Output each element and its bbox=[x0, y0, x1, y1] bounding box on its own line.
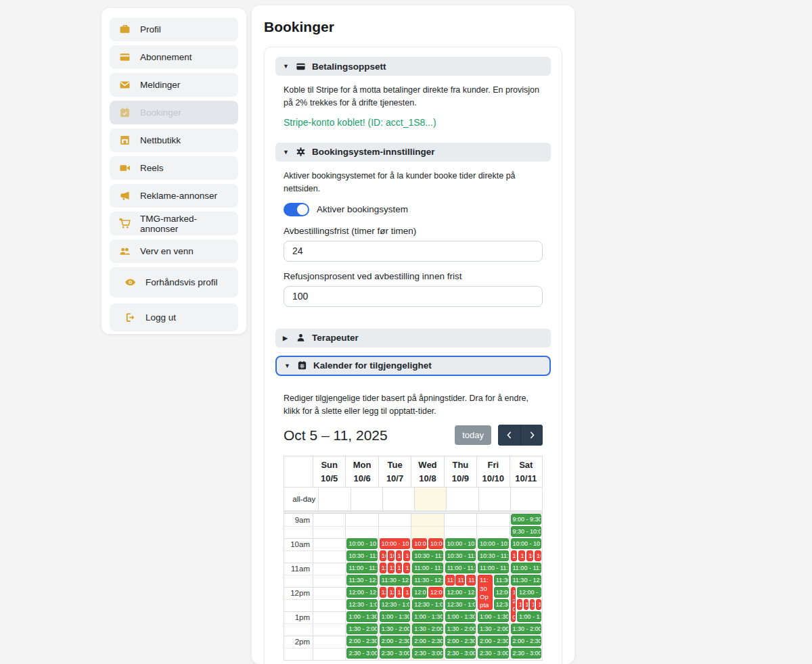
calendar-event[interactable]: 12 bbox=[517, 599, 522, 610]
next-week-button[interactable] bbox=[520, 425, 543, 446]
calendar-event[interactable]: 11 bbox=[388, 563, 394, 573]
calendar-event[interactable]: 12:30 - 1:00 bbox=[445, 599, 476, 610]
calendar-event[interactable]: 11:00 - 11:3 bbox=[346, 563, 377, 573]
calendar-event[interactable]: 12:30 bbox=[494, 599, 509, 610]
all-day-cell-mon[interactable] bbox=[351, 488, 382, 511]
sidebar-item-nettbutikk[interactable]: Nettbutikk bbox=[110, 128, 238, 152]
calendar-event[interactable]: 12 bbox=[388, 587, 394, 598]
calendar-event[interactable]: 11:00 - 11:3 bbox=[511, 563, 541, 573]
calendar-event[interactable]: 1:00 - 1:30 - bbox=[380, 611, 410, 622]
calendar-event[interactable]: 12:00 bbox=[428, 587, 443, 598]
sidebar-item-bookinger[interactable]: Bookinger bbox=[110, 101, 238, 124]
all-day-cell-thu[interactable] bbox=[446, 488, 478, 511]
day-column-thu[interactable]: 10:00 - 10:310:30 - 11:011:00 - 11:311:3… bbox=[444, 514, 476, 660]
section-header-terapeuter[interactable]: ▶ Terapeuter bbox=[275, 329, 551, 348]
calendar-event[interactable]: 12:00 - 12:3 bbox=[445, 587, 476, 598]
day-column-mon[interactable]: 10:00 - 10:310:30 - 11:011:00 - 11:311:3… bbox=[345, 514, 378, 660]
prev-week-button[interactable] bbox=[498, 425, 520, 446]
calendar-event[interactable]: 11:30 - 12:0 bbox=[346, 575, 377, 586]
sidebar-item-verv[interactable]: Verv en venn bbox=[110, 239, 238, 263]
calendar-event[interactable]: 10:00 - 10:3 bbox=[346, 538, 377, 549]
calendar-event[interactable]: 1:00 - 1:30 - bbox=[412, 611, 443, 622]
calendar-event[interactable]: 10 bbox=[518, 550, 525, 561]
calendar-event[interactable]: 10 bbox=[380, 550, 386, 561]
calendar-event[interactable]: 12 bbox=[524, 599, 528, 610]
calendar-event[interactable]: 10 bbox=[526, 550, 533, 561]
stripe-status-link[interactable]: Stripe-konto koblet! (ID: acct_1S8...) bbox=[284, 117, 543, 128]
calendar-event[interactable]: 10:00 - 10:3 bbox=[380, 538, 410, 549]
calendar-event[interactable]: 1:30 - 2:00 - bbox=[346, 623, 377, 634]
calendar-event[interactable]: 1:00 - 1:30 - bbox=[445, 611, 476, 622]
calendar-event[interactable]: 10:00 - 10:3 bbox=[511, 538, 541, 549]
calendar-event[interactable]: 11:00 - 11:3 bbox=[478, 563, 508, 573]
booking-system-toggle[interactable] bbox=[284, 203, 309, 216]
sidebar-item-reels[interactable]: Reels bbox=[110, 156, 238, 180]
calendar-event[interactable]: 1:30 - 2:00 - bbox=[478, 623, 508, 634]
calendar-event[interactable]: 2:00 - 2:30 - bbox=[380, 636, 410, 646]
calendar-event[interactable]: 12:00 bbox=[412, 587, 427, 598]
calendar-event[interactable]: 12:00 - 1: bbox=[517, 587, 541, 598]
sidebar-item-logg-ut[interactable]: Logg ut bbox=[110, 304, 238, 331]
calendar-event[interactable]: 11:30 - 12:0 bbox=[511, 575, 541, 586]
calendar-event[interactable]: 11:30 Opptatt bbox=[478, 575, 493, 610]
calendar-event[interactable]: 1:00 - 1:30 - bbox=[346, 611, 377, 622]
calendar-event[interactable]: 2:30 - 3:00 - bbox=[478, 648, 508, 659]
calendar-event[interactable]: 10:00 bbox=[428, 538, 443, 549]
section-header-betalingsoppsett[interactable]: ▼ Betalingsoppsett bbox=[275, 57, 551, 76]
calendar-event[interactable]: 2:00 - 2:30 - bbox=[511, 636, 541, 646]
calendar-event[interactable]: 1:00 - 1:30 - bbox=[478, 611, 508, 622]
calendar-event[interactable]: 10:00 bbox=[412, 538, 427, 549]
calendar-event[interactable]: 10 bbox=[388, 550, 394, 561]
calendar-event[interactable]: 2:00 - 2:30 - bbox=[478, 636, 508, 646]
all-day-cell-tue[interactable] bbox=[382, 488, 414, 511]
calendar-event[interactable]: 2:30 - 3:00 - bbox=[412, 648, 443, 659]
calendar-event[interactable]: 11:00 - 11:3 bbox=[445, 563, 476, 573]
calendar-event[interactable]: 1:30 - 2:00 - bbox=[445, 623, 476, 634]
calendar-event[interactable]: 12:00 - 12:3 bbox=[346, 587, 377, 598]
calendar-event[interactable]: 10:30 - 11:0 bbox=[478, 550, 508, 561]
calendar-event[interactable]: 2:00 - 2:30 - bbox=[346, 636, 377, 646]
calendar-event[interactable]: 2:30 - 3:00 - bbox=[511, 648, 541, 659]
calendar-event[interactable]: 12:00 bbox=[494, 587, 509, 598]
calendar-event[interactable]: 12 bbox=[380, 587, 386, 598]
calendar-event[interactable]: 1:30 - 2:00 - bbox=[380, 623, 410, 634]
calendar-event[interactable]: 9:00 - 9:30 - bbox=[511, 514, 541, 525]
calendar-event[interactable]: 9:30 - 10:00 bbox=[511, 526, 541, 537]
calendar-event[interactable]: 1:00 - 1:3 bbox=[517, 611, 541, 622]
calendar-event[interactable]: 2:00 - 2:30 - bbox=[445, 636, 476, 646]
calendar-event[interactable]: 10 bbox=[396, 550, 403, 561]
calendar-event[interactable]: 1:30 - 2:00 - bbox=[511, 623, 541, 634]
calendar-event[interactable]: 2:30 - 3:00 - bbox=[380, 648, 410, 659]
calendar-event[interactable]: 11 bbox=[403, 563, 410, 573]
calendar-event[interactable]: 11:00 - 11:3 bbox=[412, 563, 443, 573]
calendar-event[interactable]: 11:3 bbox=[445, 575, 455, 586]
calendar-event[interactable]: 12 bbox=[536, 599, 541, 610]
refund-percent-input[interactable] bbox=[284, 286, 543, 307]
calendar-event[interactable]: 12 bbox=[403, 587, 410, 598]
calendar-event[interactable]: 1:30 - 2:00 - bbox=[412, 623, 443, 634]
all-day-cell-wed[interactable] bbox=[414, 488, 446, 511]
calendar-event[interactable]: 11:30 - 12:0 bbox=[380, 575, 410, 586]
sidebar-item-abonnement[interactable]: Abonnement bbox=[110, 45, 238, 69]
calendar-event[interactable]: 10:30 - 11:0 bbox=[412, 550, 443, 561]
today-button[interactable]: today bbox=[455, 425, 491, 445]
calendar-event[interactable]: 12:30 - 1:00 bbox=[380, 599, 410, 610]
calendar-event[interactable]: 10 bbox=[403, 550, 410, 561]
calendar-event[interactable]: 12:30 - 1:00 bbox=[412, 599, 443, 610]
calendar-event[interactable]: 12 bbox=[530, 599, 535, 610]
sidebar-item-forhandsvis[interactable]: Forhåndsvis profil bbox=[110, 267, 238, 298]
calendar-event[interactable]: 11:3 bbox=[455, 575, 465, 586]
calendar-event[interactable]: 11 bbox=[380, 563, 386, 573]
all-day-cell-sat[interactable] bbox=[510, 488, 542, 511]
calendar-event[interactable]: 11:30 - 12:0 bbox=[412, 575, 443, 586]
sidebar-item-profil[interactable]: Profil bbox=[110, 18, 238, 41]
calendar-event[interactable]: 2:30 - 3:00 - bbox=[445, 648, 476, 659]
calendar-event[interactable]: 2:00 - 2:30 - bbox=[412, 636, 443, 646]
calendar-event[interactable]: 12:30 - 1:00 bbox=[346, 599, 377, 610]
calendar-event[interactable]: 10:00 - 10:3 bbox=[478, 538, 508, 549]
calendar-event[interactable]: 10 bbox=[511, 550, 518, 561]
section-header-bookingsystem[interactable]: ▼ Bookingsystem-innstillinger bbox=[275, 143, 551, 162]
calendar-event[interactable]: 10:30 - 11:0 bbox=[346, 550, 377, 561]
calendar-event[interactable]: 10:00 - 10:3 bbox=[445, 538, 476, 549]
calendar-event[interactable]: 2:30 - 3:00 - bbox=[346, 648, 377, 659]
